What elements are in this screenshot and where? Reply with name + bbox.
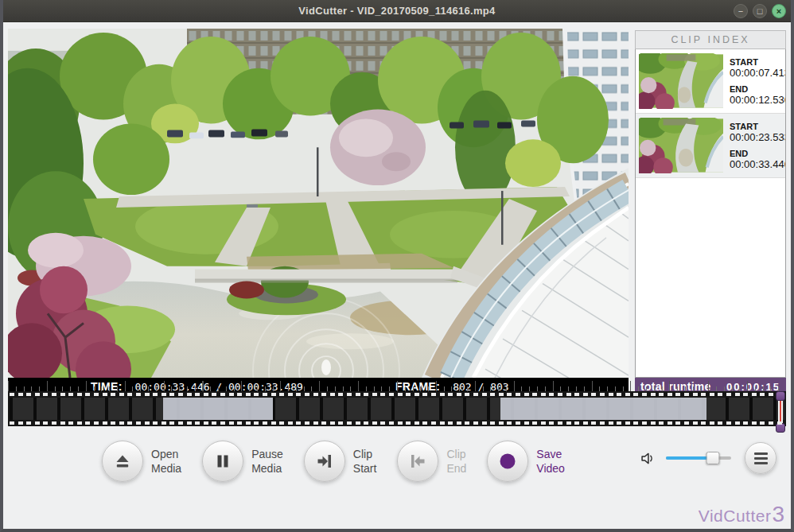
- clip-end-time: 00:00:33.446: [730, 158, 786, 170]
- hamburger-icon: [754, 452, 768, 455]
- video-frame-park-scene: [8, 29, 629, 378]
- playhead-cap-top: [776, 391, 785, 401]
- clip-index-panel: CLIP INDEX: [635, 30, 786, 395]
- clip-start-label: Clip Start: [353, 447, 377, 476]
- clip-start-label: START: [730, 122, 786, 131]
- save-video-button[interactable]: Save Video: [487, 441, 565, 482]
- clip-end-icon: [397, 441, 438, 482]
- minimize-button[interactable]: −: [734, 4, 748, 18]
- title-bar: VidCutter - VID_20170509_114616.mp4 − □ …: [0, 0, 794, 22]
- volume-slider[interactable]: [666, 452, 731, 464]
- volume-control: [640, 448, 731, 468]
- window-controls: − □ ×: [734, 4, 786, 18]
- timeline: [8, 381, 786, 426]
- clip-times: START 00:00:07.413 END 00:00:12.536: [730, 57, 786, 106]
- clip-end-time: 00:00:12.536: [730, 94, 786, 106]
- clip-list: START 00:00:07.413 END 00:00:12.536: [635, 49, 786, 378]
- save-video-label: Save Video: [536, 447, 565, 476]
- clip-start-time: 00:00:23.533: [730, 131, 786, 143]
- clip-item-2[interactable]: START 00:00:23.533 END 00:00:33.446: [636, 114, 785, 178]
- clip-region-2[interactable]: [500, 398, 706, 420]
- clip-thumbnail: [639, 118, 723, 173]
- window-title: VidCutter - VID_20170509_114616.mp4: [298, 5, 495, 17]
- pause-media-button[interactable]: Pause Media: [202, 441, 283, 482]
- playhead-cap-bottom: [776, 423, 785, 433]
- pond-bridge: [195, 270, 457, 281]
- clip-thumbnail: [639, 53, 723, 109]
- logo-name: VidCutter: [699, 507, 772, 526]
- eject-icon: [102, 441, 143, 482]
- clip-index-header: CLIP INDEX: [635, 30, 786, 49]
- logo-version: 3: [772, 502, 784, 527]
- clip-start-label: START: [730, 57, 786, 67]
- menu-button[interactable]: [745, 442, 776, 474]
- clip-end-label: Clip End: [446, 447, 466, 476]
- pause-media-label: Pause Media: [251, 447, 283, 476]
- maximize-button[interactable]: □: [753, 4, 767, 18]
- clip-start-time: 00:00:07.413: [730, 67, 786, 79]
- close-icon: ×: [776, 6, 781, 16]
- open-media-label: Open Media: [151, 447, 181, 476]
- speaker-icon[interactable]: [640, 450, 656, 467]
- close-button[interactable]: ×: [772, 4, 786, 18]
- volume-handle[interactable]: [706, 452, 720, 464]
- vidcutter-window: VidCutter - VID_20170509_114616.mp4 − □ …: [0, 0, 794, 532]
- clip-item-1[interactable]: START 00:00:07.413 END 00:00:12.536: [636, 49, 785, 114]
- clip-end-label: END: [730, 149, 786, 158]
- clip-start-button[interactable]: Clip Start: [304, 441, 377, 482]
- app-logo: VidCutter 3: [699, 502, 784, 527]
- filmstrip-track[interactable]: [8, 391, 786, 426]
- blossom-tree: [330, 110, 426, 186]
- clip-start-icon: [304, 441, 345, 482]
- clip-end-label: END: [730, 84, 786, 94]
- playhead-handle[interactable]: [776, 391, 785, 433]
- clip-times: START 00:00:23.533 END 00:00:33.446: [730, 122, 786, 170]
- clip-region-1[interactable]: [163, 398, 273, 420]
- clip-end-button[interactable]: Clip End: [397, 441, 466, 482]
- toolbar: Open Media Pause Media Clip Start Clip E…: [8, 437, 565, 485]
- pause-icon: [202, 441, 243, 482]
- timeline-ruler: [8, 381, 786, 391]
- save-video-icon: [487, 441, 528, 482]
- open-media-button[interactable]: Open Media: [102, 441, 181, 482]
- fountain: [321, 359, 331, 375]
- maximize-icon: □: [757, 6, 763, 16]
- video-surface[interactable]: TIME: 00:00:33.446 / 00:00:33.489 FRAME:…: [8, 29, 629, 395]
- playhead-line: [778, 396, 783, 428]
- minimize-icon: −: [738, 6, 743, 16]
